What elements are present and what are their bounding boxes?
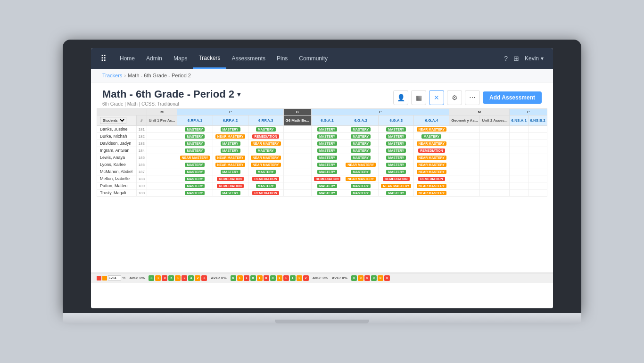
score-cell[interactable]: [283, 147, 311, 154]
score-cell[interactable]: NEAR MASTERY: [248, 154, 283, 161]
score-cell[interactable]: [480, 175, 510, 182]
score-cell[interactable]: [510, 161, 528, 168]
filter-orange[interactable]: [102, 276, 107, 280]
score-cell[interactable]: MASTERY: [379, 168, 414, 175]
score-cell[interactable]: MASTERY: [213, 126, 248, 133]
score-cell[interactable]: [283, 168, 311, 175]
score-cell[interactable]: [449, 190, 480, 197]
score-cell[interactable]: [510, 182, 528, 190]
score-cell[interactable]: MASTERY: [311, 140, 343, 147]
score-cell[interactable]: NEAR MASTERY: [414, 140, 449, 147]
score-cell[interactable]: [510, 133, 528, 140]
score-cell[interactable]: MASTERY: [379, 154, 414, 161]
score-cell[interactable]: [283, 140, 311, 147]
score-cell[interactable]: [510, 168, 528, 175]
score-cell[interactable]: [480, 190, 510, 197]
nav-community[interactable]: Community: [293, 48, 333, 69]
score-cell[interactable]: NEAR MASTERY: [213, 154, 248, 161]
nav-admin[interactable]: Admin: [140, 48, 168, 69]
score-cell[interactable]: NEAR MASTERY: [414, 126, 449, 133]
score-cell[interactable]: MASTERY: [248, 168, 283, 175]
score-cell[interactable]: [147, 175, 177, 182]
score-cell[interactable]: [480, 154, 510, 161]
score-cell[interactable]: [449, 133, 480, 140]
score-cell[interactable]: MASTERY: [311, 182, 343, 190]
score-cell[interactable]: NEAR MASTERY: [414, 182, 449, 190]
nav-pins[interactable]: Pins: [271, 48, 293, 69]
score-cell[interactable]: [283, 133, 311, 140]
score-cell[interactable]: [510, 190, 528, 197]
score-cell[interactable]: MASTERY: [213, 190, 248, 197]
score-cell[interactable]: MASTERY: [343, 182, 379, 190]
data-table-container[interactable]: M P B P M P: [91, 108, 553, 272]
score-cell[interactable]: MASTERY: [177, 168, 213, 175]
score-cell[interactable]: MASTERY: [343, 140, 379, 147]
score-cell[interactable]: [449, 161, 480, 168]
table-row[interactable]: Lyons, Karlee186MASTERYNEAR MASTERYNEAR …: [97, 161, 547, 168]
score-cell[interactable]: [510, 140, 528, 147]
score-cell[interactable]: NEAR MASTERY: [248, 140, 283, 147]
score-cell[interactable]: MASTERY: [379, 133, 414, 140]
score-cell[interactable]: [283, 126, 311, 133]
score-cell[interactable]: [510, 154, 528, 161]
nav-maps[interactable]: Maps: [168, 48, 193, 69]
score-cell[interactable]: MASTERY: [311, 147, 343, 154]
more-button[interactable]: ⋯: [465, 90, 480, 105]
nav-trackers[interactable]: Trackers: [193, 48, 226, 69]
score-cell[interactable]: MASTERY: [177, 126, 213, 133]
score-cell[interactable]: REMEDIATION: [248, 175, 283, 182]
score-cell[interactable]: [449, 126, 480, 133]
score-cell[interactable]: MASTERY: [177, 140, 213, 147]
score-cell[interactable]: [283, 154, 311, 161]
nav-home[interactable]: Home: [114, 48, 140, 69]
score-cell[interactable]: [510, 126, 528, 133]
score-cell[interactable]: MASTERY: [248, 126, 283, 133]
score-cell[interactable]: REMEDIATION: [414, 175, 449, 182]
score-cell[interactable]: NEAR MASTERY: [213, 133, 248, 140]
score-cell[interactable]: [147, 140, 177, 147]
table-row[interactable]: Ingram, Antwan184MASTERYMASTERYMASTERYMA…: [97, 147, 547, 154]
score-cell[interactable]: [528, 126, 547, 133]
score-cell[interactable]: MASTERY: [213, 168, 248, 175]
score-cell[interactable]: MASTERY: [177, 190, 213, 197]
score-cell[interactable]: [480, 133, 510, 140]
score-cell[interactable]: NEAR MASTERY: [414, 190, 449, 197]
nav-assessments[interactable]: Assessments: [226, 48, 271, 69]
score-cell[interactable]: MASTERY: [177, 182, 213, 190]
score-cell[interactable]: MASTERY: [379, 126, 414, 133]
score-cell[interactable]: [528, 133, 547, 140]
score-cell[interactable]: NEAR MASTERY: [414, 161, 449, 168]
score-cell[interactable]: [449, 154, 480, 161]
score-cell[interactable]: MASTERY: [311, 133, 343, 140]
table-row[interactable]: Lewis, Anaya185NEAR MASTERYNEAR MASTERYN…: [97, 154, 547, 161]
score-cell[interactable]: MASTERY: [177, 161, 213, 168]
score-cell[interactable]: [528, 175, 547, 182]
score-cell[interactable]: [528, 168, 547, 175]
score-cell[interactable]: MASTERY: [343, 190, 379, 197]
score-cell[interactable]: [147, 126, 177, 133]
score-cell[interactable]: [480, 182, 510, 190]
score-cell[interactable]: REMEDIATION: [213, 182, 248, 190]
score-cell[interactable]: [528, 147, 547, 154]
score-cell[interactable]: MASTERY: [379, 190, 414, 197]
score-cell[interactable]: MASTERY: [177, 175, 213, 182]
score-cell[interactable]: REMEDIATION: [311, 175, 343, 182]
score-cell[interactable]: MASTERY: [213, 140, 248, 147]
table-row[interactable]: Burke, Michah182MASTERYNEAR MASTERYREMED…: [97, 133, 547, 140]
score-cell[interactable]: MASTERY: [343, 168, 379, 175]
score-cell[interactable]: MASTERY: [343, 147, 379, 154]
score-cell[interactable]: [480, 140, 510, 147]
add-assessment-button[interactable]: Add Assessment: [483, 91, 542, 104]
filter-red[interactable]: [97, 276, 101, 280]
score-cell[interactable]: MASTERY: [248, 147, 283, 154]
score-cell[interactable]: [147, 161, 177, 168]
score-cell[interactable]: [510, 175, 528, 182]
score-cell[interactable]: MASTERY: [311, 154, 343, 161]
filter-input[interactable]: [108, 275, 121, 280]
score-cell[interactable]: [528, 182, 547, 190]
user-menu[interactable]: Kevin ▾: [525, 55, 544, 62]
score-cell[interactable]: NEAR MASTERY: [379, 182, 414, 190]
score-cell[interactable]: NEAR MASTERY: [343, 161, 379, 168]
score-cell[interactable]: [480, 147, 510, 154]
table-row[interactable]: Trusty, Magali180MASTERYMASTERYREMEDIATI…: [97, 190, 547, 197]
